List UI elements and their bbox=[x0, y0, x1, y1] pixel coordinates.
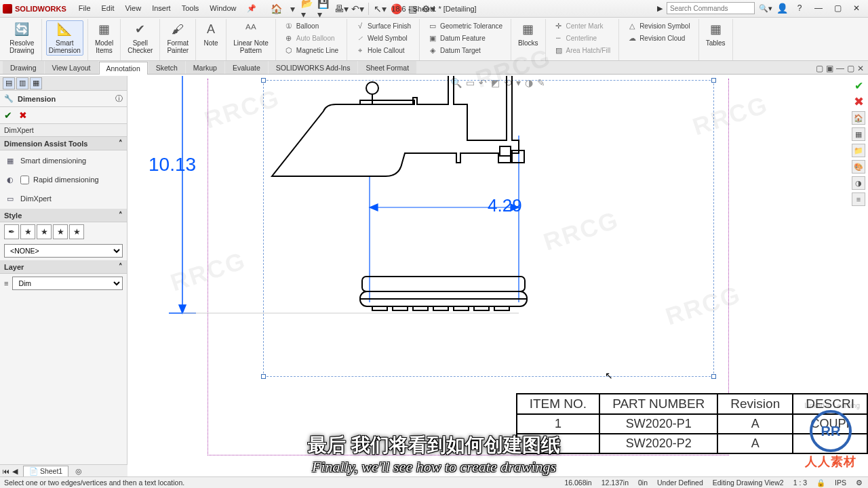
spell-checker-button[interactable]: ✔SpellChecker bbox=[125, 20, 155, 56]
menu-view[interactable]: View bbox=[119, 4, 146, 13]
magnetic-line-button[interactable]: ⬡Magnetic Line bbox=[283, 45, 340, 56]
viewport-link-icon[interactable]: ▣ bbox=[826, 64, 833, 73]
col-revision[interactable]: Revision bbox=[717, 394, 793, 414]
add-sheet-icon[interactable]: ◎ bbox=[75, 467, 82, 475]
center-mark-button[interactable]: ✛Center Mark bbox=[553, 20, 612, 31]
viewport-single-icon[interactable]: ▢ bbox=[816, 64, 823, 73]
design-library-tab-icon[interactable]: ▦ bbox=[852, 127, 865, 141]
doc-close-icon[interactable]: ✕ bbox=[857, 64, 864, 73]
help-icon[interactable]: ? bbox=[792, 2, 807, 14]
tab-drawing[interactable]: Drawing bbox=[3, 61, 44, 74]
style-tool-1-icon[interactable]: ✒ bbox=[4, 224, 19, 239]
new-icon[interactable]: ▾ bbox=[285, 1, 300, 16]
sheet-nav-prev-icon[interactable]: ◀ bbox=[12, 467, 18, 475]
rapid-dimensioning-checkbox[interactable] bbox=[20, 176, 29, 184]
search-go-icon[interactable]: 🔍▾ bbox=[759, 4, 772, 13]
tables-button[interactable]: ▦Tables bbox=[703, 20, 728, 48]
custom-props-tab-icon[interactable]: ≡ bbox=[852, 192, 865, 206]
menu-insert[interactable]: Insert bbox=[146, 4, 176, 13]
confirm-corner-cancel-icon[interactable]: ✖ bbox=[852, 95, 865, 108]
pm-style-header[interactable]: Style ˄ bbox=[0, 209, 127, 222]
tab-sketch[interactable]: Sketch bbox=[149, 61, 185, 74]
command-search-icon[interactable]: ▶ bbox=[657, 4, 663, 13]
status-units[interactable]: IPS bbox=[835, 479, 846, 487]
revision-cloud-button[interactable]: ☁Revision Cloud bbox=[626, 33, 691, 43]
dimension-vertical[interactable]: 10.13 bbox=[149, 154, 196, 175]
home-icon[interactable]: 🏠 bbox=[269, 1, 283, 16]
pm-help-icon[interactable]: ⓘ bbox=[115, 94, 123, 104]
status-scale[interactable]: 1 : 3 bbox=[793, 479, 807, 487]
pm-ok-icon[interactable]: ✔ bbox=[4, 110, 12, 121]
pm-tab-dimxpert[interactable]: DimXpert bbox=[0, 123, 127, 137]
save-icon[interactable]: 💾▾ bbox=[317, 1, 332, 16]
menu-tools[interactable]: Tools bbox=[176, 4, 205, 13]
confirm-corner-ok-icon[interactable]: ✔ bbox=[852, 79, 865, 92]
balloon-button[interactable]: ①Balloon bbox=[283, 20, 340, 31]
note-button[interactable]: ANote bbox=[200, 20, 222, 48]
model-items-button[interactable]: ▦ModelItems bbox=[92, 20, 116, 56]
area-hatch-fill-button[interactable]: ▨Area Hatch/Fill bbox=[553, 45, 612, 56]
doc-minimize-icon[interactable]: — bbox=[836, 64, 844, 73]
app-minimize-icon[interactable]: — bbox=[811, 2, 826, 14]
view-palette-tab-icon[interactable]: 🎨 bbox=[852, 160, 865, 174]
dimension-horizontal[interactable]: 4.29 bbox=[488, 195, 522, 216]
menu-window[interactable]: Window bbox=[204, 4, 241, 13]
smart-dimension-button[interactable]: 📐SmartDimension bbox=[46, 20, 83, 56]
style-select[interactable]: <NONE> bbox=[4, 244, 123, 258]
user-icon[interactable]: 👤 bbox=[776, 3, 788, 14]
command-search-input[interactable] bbox=[667, 2, 755, 14]
menu-pin-icon[interactable]: 📌 bbox=[241, 4, 262, 13]
style-tool-3-icon[interactable]: ★ bbox=[37, 224, 52, 239]
feature-manager-tab-icon[interactable]: ▤ bbox=[3, 77, 15, 89]
geometric-tolerance-button[interactable]: ▭Geometric Tolerance bbox=[427, 20, 504, 31]
layer-select[interactable]: Dim bbox=[12, 277, 123, 290]
doc-restore-icon[interactable]: ▢ bbox=[847, 64, 854, 73]
drawing-canvas[interactable]: 🔍 ▭ ↶ ◩ ⟲ ▾ ◑ ✎ bbox=[127, 76, 868, 476]
menu-edit[interactable]: Edit bbox=[96, 4, 120, 13]
app-close-icon[interactable]: ✕ bbox=[849, 2, 864, 14]
status-lock-icon[interactable]: 🔒 bbox=[816, 479, 825, 487]
appearances-tab-icon[interactable]: ◑ bbox=[852, 176, 865, 190]
undo-icon[interactable]: ↶▾ bbox=[350, 1, 365, 16]
sheet-nav-first-icon[interactable]: ⏮ bbox=[3, 467, 10, 475]
select-icon[interactable]: ↖▾ bbox=[372, 1, 387, 16]
pm-layer-header[interactable]: Layer ˄ bbox=[0, 260, 127, 274]
status-gear-icon[interactable]: ⚙ bbox=[856, 479, 863, 487]
resources-tab-icon[interactable]: 🏠 bbox=[852, 111, 865, 125]
app-restore-icon[interactable]: ▢ bbox=[830, 2, 845, 14]
pm-cancel-icon[interactable]: ✖ bbox=[19, 110, 27, 121]
tab-solidworks-addins[interactable]: SOLIDWORKS Add-Ins bbox=[269, 61, 358, 74]
menu-file[interactable]: File bbox=[73, 4, 96, 13]
style-tool-2-icon[interactable]: ★ bbox=[20, 224, 35, 239]
configuration-manager-tab-icon[interactable]: ▦ bbox=[30, 77, 42, 89]
tab-markup[interactable]: Markup bbox=[186, 61, 224, 74]
weld-symbol-button[interactable]: ⟋Weld Symbol bbox=[354, 33, 412, 43]
tab-sheet-format[interactable]: Sheet Format bbox=[358, 61, 416, 74]
resolve-drawing-button[interactable]: 🔄ResolveDrawing bbox=[7, 20, 37, 56]
format-painter-button[interactable]: 🖌FormatPainter bbox=[164, 20, 191, 56]
property-manager-tab-icon[interactable]: ▥ bbox=[16, 77, 28, 89]
blocks-button[interactable]: ▦Blocks bbox=[515, 20, 540, 48]
datum-target-button[interactable]: ◈Datum Target bbox=[427, 45, 504, 56]
file-explorer-tab-icon[interactable]: 📁 bbox=[852, 144, 865, 157]
print-icon[interactable]: 🖶▾ bbox=[334, 1, 349, 16]
smart-dimensioning-option[interactable]: ▦Smart dimensioning bbox=[4, 153, 123, 168]
datum-feature-button[interactable]: ▣Datum Feature bbox=[427, 33, 504, 43]
tab-evaluate[interactable]: Evaluate bbox=[225, 61, 268, 74]
col-part-number[interactable]: PART NUMBER bbox=[599, 394, 717, 414]
tab-view-layout[interactable]: View Layout bbox=[45, 61, 98, 74]
pm-assist-header[interactable]: Dimension Assist Tools ˄ bbox=[0, 137, 127, 150]
linear-note-pattern-button[interactable]: ᴬᴬLinear NotePattern bbox=[231, 20, 271, 56]
sheet-tab[interactable]: 📄 Sheet1 bbox=[23, 466, 68, 476]
centerline-button[interactable]: ┄Centerline bbox=[553, 33, 612, 43]
style-tool-5-icon[interactable]: ★ bbox=[69, 224, 84, 239]
tab-annotation[interactable]: Annotation bbox=[99, 62, 148, 75]
style-tool-4-icon[interactable]: ★ bbox=[53, 224, 68, 239]
hole-callout-button[interactable]: ⌖Hole Callout bbox=[354, 45, 412, 56]
open-icon[interactable]: 📂▾ bbox=[301, 1, 316, 16]
dimxpert-option[interactable]: ▭DimXpert bbox=[4, 191, 123, 206]
rapid-dimensioning-option[interactable]: ◐Rapid dimensioning bbox=[4, 172, 123, 187]
revision-symbol-button[interactable]: △Revision Symbol bbox=[626, 20, 691, 31]
auto-balloon-button[interactable]: ⊕Auto Balloon bbox=[283, 33, 340, 43]
surface-finish-button[interactable]: √Surface Finish bbox=[354, 20, 412, 31]
